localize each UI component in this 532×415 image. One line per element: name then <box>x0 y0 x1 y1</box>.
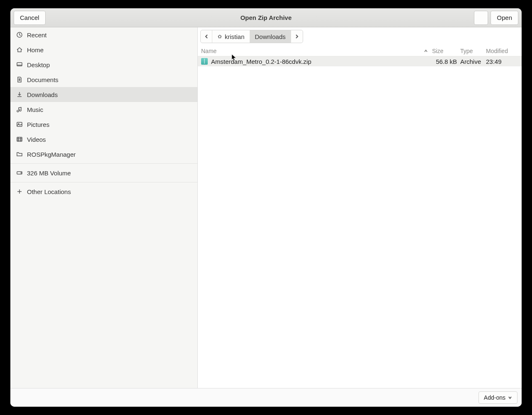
sidebar-item-label: Downloads <box>27 91 58 98</box>
sidebar-item-label: Other Locations <box>27 188 71 195</box>
sidebar-item-label: Music <box>27 106 43 113</box>
search-button[interactable] <box>474 11 488 25</box>
path-forward-button[interactable] <box>291 30 303 43</box>
desktop-icon <box>16 61 23 68</box>
music-icon <box>16 106 23 113</box>
sidebar-item-label: Documents <box>27 76 58 83</box>
path-segment-home[interactable]: kristian <box>212 30 250 43</box>
sidebar-separator <box>10 163 197 164</box>
sidebar-item-pictures[interactable]: Pictures <box>10 117 197 132</box>
file-size: 56.8 kB <box>432 58 460 65</box>
main-pane: kristian Downloads Name Size Type <box>198 27 522 388</box>
chevron-down-icon <box>508 396 512 400</box>
sidebar-item-other-locations[interactable]: Other Locations <box>10 184 197 199</box>
sidebar-separator <box>10 182 197 182</box>
column-header-type[interactable]: Type <box>460 48 486 54</box>
sort-ascending-icon <box>424 49 428 53</box>
file-type: Archive <box>460 58 486 65</box>
column-headers: Name Size Type Modified <box>198 46 522 56</box>
path-segment-label: Downloads <box>255 33 286 40</box>
open-button[interactable]: Open <box>491 11 518 25</box>
sidebar-item-label: 326 MB Volume <box>27 170 71 177</box>
file-name: Amsterdam_Metro_0.2-1-86cdvk.zip <box>211 58 311 65</box>
sidebar-item-downloads[interactable]: Downloads <box>10 87 197 102</box>
svg-rect-6 <box>17 137 22 141</box>
sidebar-item-volume-326mb[interactable]: 326 MB Volume <box>10 165 197 180</box>
video-icon <box>16 136 23 143</box>
sidebar-item-desktop[interactable]: Desktop <box>10 57 197 72</box>
path-buttons: kristian Downloads <box>200 30 303 43</box>
column-header-size[interactable]: Size <box>432 48 460 54</box>
plus-icon <box>16 188 23 195</box>
chevron-left-icon <box>204 34 209 39</box>
column-header-name[interactable]: Name <box>200 48 432 54</box>
sidebar-item-label: Pictures <box>27 121 49 128</box>
file-list[interactable]: Amsterdam_Metro_0.2-1-86cdvk.zip 56.8 kB… <box>198 56 522 388</box>
folder-icon <box>16 151 23 158</box>
archive-icon <box>201 58 208 65</box>
file-name-cell: Amsterdam_Metro_0.2-1-86cdvk.zip <box>200 58 432 65</box>
sidebar-item-videos[interactable]: Videos <box>10 132 197 147</box>
file-modified: 23:49 <box>486 58 519 65</box>
footer: Add-ons <box>10 388 522 407</box>
places-sidebar: Recent Home Desktop Documents Downloads … <box>10 27 198 388</box>
path-segment-downloads[interactable]: Downloads <box>250 30 291 43</box>
home-icon <box>217 34 222 39</box>
sidebar-item-documents[interactable]: Documents <box>10 72 197 87</box>
picture-icon <box>16 121 23 128</box>
path-segment-label: kristian <box>225 33 245 40</box>
headerbar: Cancel Open Zip Archive Open <box>10 8 522 27</box>
sidebar-item-label: Home <box>27 46 44 53</box>
sidebar-item-rospkgmanager[interactable]: ROSPkgManager <box>10 147 197 162</box>
sidebar-item-home[interactable]: Home <box>10 42 197 57</box>
path-back-button[interactable] <box>201 30 212 43</box>
pathbar: kristian Downloads <box>198 27 522 46</box>
chevron-right-icon <box>294 34 299 39</box>
sidebar-item-music[interactable]: Music <box>10 102 197 117</box>
sidebar-item-label: ROSPkgManager <box>27 151 76 158</box>
sidebar-item-recent[interactable]: Recent <box>10 27 197 42</box>
svg-rect-3 <box>17 63 22 66</box>
sidebar-item-label: Videos <box>27 136 46 143</box>
clock-icon <box>16 32 23 38</box>
drive-icon <box>16 170 23 176</box>
file-chooser-window: Cancel Open Zip Archive Open Recent Home <box>10 8 522 407</box>
sidebar-item-label: Desktop <box>27 61 50 68</box>
addons-filter-button[interactable]: Add-ons <box>479 391 517 404</box>
dialog-title: Open Zip Archive <box>10 14 522 21</box>
document-icon <box>16 76 23 83</box>
home-icon <box>16 46 23 53</box>
sidebar-item-label: Recent <box>27 32 47 39</box>
download-icon <box>16 91 23 98</box>
svg-point-8 <box>21 172 22 173</box>
addons-label: Add-ons <box>484 394 505 401</box>
cancel-button[interactable]: Cancel <box>14 11 46 25</box>
column-header-modified[interactable]: Modified <box>486 48 519 54</box>
file-row[interactable]: Amsterdam_Metro_0.2-1-86cdvk.zip 56.8 kB… <box>198 56 522 66</box>
